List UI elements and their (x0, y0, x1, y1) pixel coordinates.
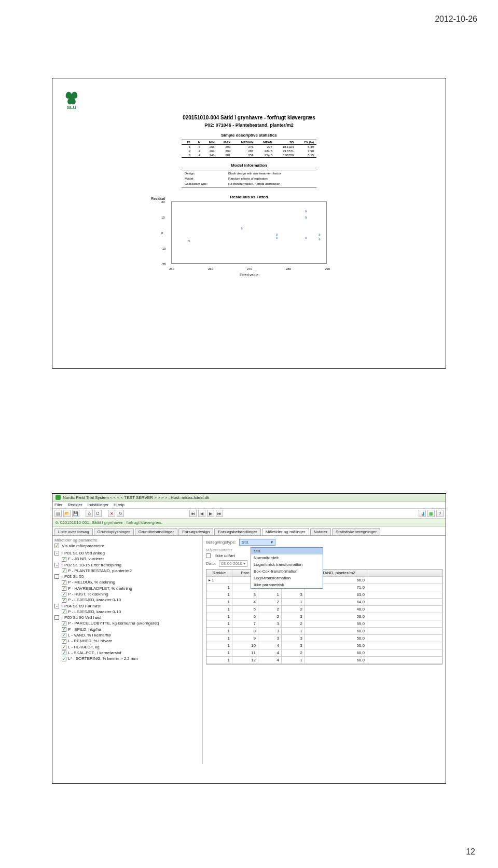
tree-folder[interactable]: -○ P04 St. 89 Før høst (54, 603, 200, 609)
tree-item[interactable]: L* - SORTERING, % kerner > 2,2 mm (54, 656, 200, 661)
calc-type-dropdown[interactable]: Std.NormalfordeltLogaritmisk transformat… (251, 547, 323, 589)
grid-row[interactable]: ▸ 111266,0 (206, 577, 442, 584)
save-button[interactable]: 💾 (72, 510, 79, 517)
date-label: Dato: (206, 561, 216, 566)
col-header: MAX (217, 140, 233, 145)
checkbox-icon (62, 557, 66, 562)
tab[interactable]: Måletider og målinger (262, 528, 309, 535)
tree-item[interactable]: P - LEJESÆD, karakter 0-10 (54, 609, 200, 615)
delete-button[interactable]: ✕ (108, 510, 115, 517)
data-point: 9 (305, 216, 307, 219)
tab-row: Liste over forsøgGrundoplysningerGrundbe… (52, 527, 446, 536)
window-titlebar: Nordic Field Trial System < < < < TEST S… (52, 494, 446, 501)
refresh-button[interactable]: ↻ (117, 510, 124, 517)
show-all-checkbox[interactable]: Vis alle måleparametre (54, 544, 200, 548)
tree-item[interactable]: P - LEJESÆD, karakter 0-10 (54, 597, 200, 603)
tree-folder[interactable]: -○ P05 St. 90 Ved høst (54, 615, 200, 620)
tree-item[interactable]: L - VAND, % i kerne/frø (54, 632, 200, 638)
grid-row[interactable]: 152248,0 (206, 606, 442, 613)
grid-row[interactable]: 131363,0 (206, 591, 442, 599)
col-header: N (193, 140, 203, 145)
menu-item[interactable]: Filer (54, 503, 63, 507)
toggle-icon: - (54, 615, 59, 620)
grid-row[interactable]: 121171,0 (206, 584, 442, 591)
nav-prev-button[interactable]: ◀ (198, 510, 205, 517)
tree-item[interactable]: L - SKAL-PCT., i kernetørstof (54, 650, 200, 656)
svg-text:SLU: SLU (67, 105, 77, 110)
menubar: FilerRedigerIndstillingerHjælp (52, 501, 446, 509)
data-point: 9 (188, 239, 190, 242)
dropdown-option[interactable]: Normalfordelt (251, 554, 323, 561)
toggle-icon: - (54, 551, 59, 555)
toggle-icon: - (54, 574, 59, 579)
tab[interactable]: Grundoplysninger (94, 528, 134, 535)
open-button[interactable]: 📂 (63, 510, 71, 517)
tree-item[interactable]: P - PLANTEBESTAND, planter/m2 (54, 568, 200, 574)
tree-item[interactable]: P - RUST, % dækning (54, 591, 200, 597)
tree-item[interactable]: L - RENHED, % i råvare (54, 638, 200, 644)
toolbar: ▤ 📂 💾 ⎙ 🗋 ✕ ↻ ⏮ ◀ ▶ ⏭ 📊 ▦ ? (52, 509, 446, 519)
dropdown-option[interactable]: Logit-transformation (251, 575, 323, 581)
tab[interactable]: Statistiskeberegninger (332, 528, 380, 535)
tree-folder[interactable]: -○ P03 St. 55 (54, 574, 200, 579)
dropdown-option[interactable]: Ikke parametrisk (251, 581, 323, 588)
grid-row[interactable]: 162358,0 (206, 613, 442, 620)
results-label: Måleresultater (206, 548, 442, 552)
tool-a-button[interactable]: 📊 (419, 510, 426, 517)
left-heading: Måletider og parametre (54, 538, 200, 542)
nav-last-button[interactable]: ⏭ (216, 510, 223, 517)
tree-folder[interactable]: -○ P02 St. 10-15 Efter fremspiring (54, 562, 200, 568)
tree-item[interactable]: P - MELDUG, % dækning (54, 579, 200, 585)
grid-row[interactable]: 1104350,0 (206, 642, 442, 649)
checkbox-icon (62, 586, 66, 591)
tab[interactable]: Forsøgsbehandlinger (214, 528, 261, 535)
grid-row[interactable]: 193350,0 (206, 635, 442, 642)
tab[interactable]: Grundbehandlinger (135, 528, 178, 535)
print-button[interactable]: ⎙ (86, 510, 93, 517)
dropdown-option[interactable]: Box-Cox-transformation (251, 568, 323, 575)
tree-folder[interactable]: -○ P01 St. 00 Ved anlæg (54, 550, 200, 556)
date-input[interactable]: 03-06-2010 ▾ (219, 560, 247, 567)
preview-button[interactable]: 🗋 (94, 510, 102, 517)
tab[interactable]: Notater (310, 528, 331, 535)
tool-b-button[interactable]: ▦ (427, 510, 435, 517)
tree-item[interactable]: F - JB NR, vurderet (54, 556, 200, 562)
tree-item[interactable]: L - HL-VÆGT, kg (54, 644, 200, 650)
report-slide: SLU 020151010-004 Såtid i grynhavre - fo… (52, 78, 446, 369)
tree-item[interactable]: P - SPILD, hkg/ha (54, 627, 200, 632)
new-button[interactable]: ▤ (54, 510, 62, 517)
not-done-checkbox[interactable] (206, 553, 212, 558)
chevron-down-icon: ▾ (271, 540, 273, 545)
residuals-chart: Residual -20-100102025026027028029099999… (171, 201, 327, 264)
tab[interactable]: Forsøgsdesign (178, 528, 213, 535)
tab[interactable]: Liste over forsøg (54, 528, 93, 535)
checkbox-icon (62, 592, 66, 596)
show-all-label: Vis alle måleparametre (62, 544, 104, 548)
checkbox-icon (62, 650, 66, 655)
menu-item[interactable]: Indstillinger (88, 503, 108, 507)
dropdown-option[interactable]: Std. (251, 548, 323, 554)
grid-row[interactable]: 1114260,0 (206, 649, 442, 657)
grid-header[interactable]: Række (206, 569, 232, 576)
checkbox-icon (54, 544, 59, 548)
data-grid[interactable]: RækkeParcESTAND, planter/m2▸ 111266,0121… (206, 569, 442, 664)
grid-row[interactable]: 142164,0 (206, 599, 442, 606)
nav-first-button[interactable]: ⏮ (189, 510, 197, 517)
data-point: 9 (241, 227, 242, 230)
grid-row[interactable]: 173255,0 (206, 620, 442, 628)
menu-item[interactable]: Rediger (68, 503, 82, 507)
checkbox-icon (62, 598, 66, 603)
nav-next-button[interactable]: ▶ (207, 510, 214, 517)
model-heading: Model information (119, 163, 379, 168)
help-button[interactable]: ? (436, 510, 444, 517)
tree-item[interactable]: P - HAVREBLADPLET, % dækning (54, 586, 200, 591)
tree-item[interactable]: P - PARCELUDBYTTE, kg kerne/tnø (ukorrig… (54, 620, 200, 626)
menu-item[interactable]: Hjælp (114, 503, 125, 507)
col-header: F1 (182, 140, 193, 145)
calc-type-select[interactable]: Std. ▾ (239, 539, 275, 546)
grid-row[interactable]: 183160,0 (206, 628, 442, 635)
checkbox-icon (206, 553, 211, 558)
dropdown-option[interactable]: Logaritmisk transformation (251, 561, 323, 568)
col-header: CV (%) (296, 140, 316, 145)
grid-row[interactable]: 1124168,0 (206, 657, 442, 664)
